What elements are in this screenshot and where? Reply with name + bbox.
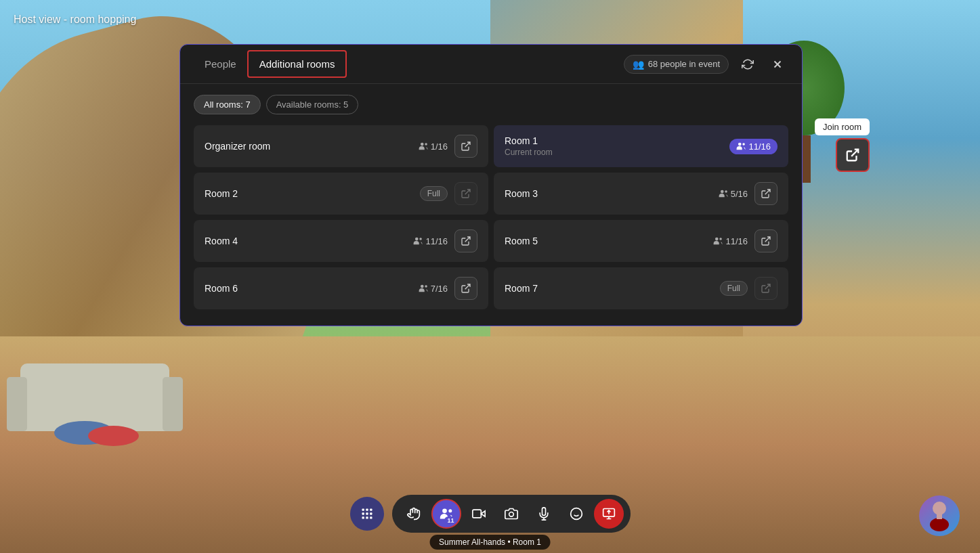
tooltip-text: Join room: [815, 118, 870, 135]
join-btn-room6[interactable]: [454, 277, 477, 300]
room-right-room7: Full: [720, 277, 777, 300]
close-button[interactable]: [767, 53, 788, 75]
svg-rect-18: [366, 512, 368, 514]
room-left-room6: Room 6: [205, 283, 419, 294]
people-icon: 👥: [633, 59, 644, 70]
svg-marker-25: [481, 511, 485, 516]
join-btn-room7[interactable]: [754, 277, 777, 300]
svg-point-8: [415, 238, 419, 241]
room-count-room3: 5/16: [719, 189, 748, 199]
room-count-room5: 11/16: [713, 236, 748, 246]
room-right-room1: 11/16 Join room: [729, 139, 777, 154]
tab-additional-rooms[interactable]: Additional rooms: [247, 50, 347, 78]
raise-hand-button[interactable]: [399, 499, 429, 529]
filter-row: All rooms: 7 Available rooms: 5: [180, 84, 802, 123]
room-left-organizer: Organizer room: [205, 141, 419, 152]
rooms-grid: Organizer room 1/16 Room 1 Current room: [180, 123, 802, 312]
room-name-room5: Room 5: [505, 236, 713, 246]
join-btn-organizer[interactable]: [454, 135, 477, 158]
svg-point-6: [721, 190, 724, 194]
svg-point-24: [448, 509, 452, 512]
filter-available-rooms[interactable]: Available rooms: 5: [266, 95, 359, 114]
room-right-organizer: 1/16: [419, 135, 477, 158]
room-name-room7: Room 7: [505, 283, 720, 294]
refresh-button[interactable]: [737, 53, 759, 75]
app-title: Host view - room hopping: [14, 14, 136, 26]
room-subtitle-room1: Current room: [505, 148, 729, 157]
join-room-tooltip: Join room: [815, 118, 870, 172]
room-name-organizer: Organizer room: [205, 141, 419, 152]
bottom-toolbar: 11: [350, 495, 631, 533]
toolbar-main-pill: 11: [392, 495, 631, 533]
room-right-room4: 11/16: [413, 229, 477, 252]
svg-point-13: [425, 285, 427, 288]
join-btn-room2[interactable]: [454, 182, 477, 205]
svg-point-7: [725, 190, 727, 193]
room-item-room4: Room 4 11/16: [194, 220, 488, 262]
room-name-room1: Room 1: [505, 135, 729, 146]
svg-point-5: [743, 143, 746, 146]
tooltip-join-button[interactable]: [836, 138, 870, 172]
room-left-room7: Room 7: [505, 283, 720, 294]
room-right-room5: 11/16: [713, 229, 777, 252]
svg-rect-14: [362, 509, 364, 511]
room-name-room3: Room 3: [505, 188, 719, 199]
svg-rect-15: [366, 509, 368, 511]
room-item-room3: Room 3 5/16: [494, 173, 788, 215]
room-right-room6: 7/16: [419, 277, 477, 300]
room-count-room1: 11/16: [729, 139, 777, 154]
svg-rect-26: [472, 510, 481, 518]
room-name-room6: Room 6: [205, 283, 419, 294]
join-btn-room4[interactable]: [454, 229, 477, 252]
svg-rect-20: [362, 516, 364, 518]
room-left-room1: Room 1 Current room: [505, 135, 729, 157]
room-left-room4: Room 4: [205, 236, 413, 246]
camera-button[interactable]: [496, 499, 526, 529]
room-left-room2: Room 2: [205, 188, 420, 199]
room-full-badge-room2: Full: [420, 186, 448, 201]
svg-point-11: [720, 238, 723, 240]
svg-rect-22: [370, 516, 372, 518]
record-button[interactable]: [464, 499, 494, 529]
tab-people[interactable]: People: [194, 46, 247, 83]
svg-rect-19: [370, 512, 372, 514]
filter-all-rooms[interactable]: All rooms: 7: [194, 95, 261, 114]
room-count-room4: 11/16: [413, 236, 448, 246]
header-right: 👥 68 people in event: [624, 53, 788, 75]
people-count-text: 68 people in event: [648, 59, 720, 69]
room-item-room5: Room 5 11/16: [494, 220, 788, 262]
mic-button[interactable]: [529, 499, 559, 529]
room-right-room2: Full: [420, 182, 477, 205]
apps-button[interactable]: [350, 497, 384, 531]
svg-rect-21: [366, 516, 368, 518]
user-avatar[interactable]: [919, 495, 960, 536]
room-item-room2: Room 2 Full: [194, 173, 488, 215]
room-item-room1: Room 1 Current room 11/16 Join room: [494, 125, 788, 167]
join-btn-room3[interactable]: [754, 182, 777, 205]
svg-point-23: [442, 509, 447, 514]
emoji-button[interactable]: [561, 499, 591, 529]
svg-point-10: [715, 238, 719, 241]
room-count-organizer: 1/16: [419, 141, 448, 152]
share-button[interactable]: [594, 499, 624, 529]
svg-point-33: [930, 518, 949, 531]
room-right-room3: 5/16: [719, 182, 777, 205]
svg-point-9: [420, 238, 423, 240]
svg-rect-34: [937, 506, 942, 519]
svg-point-4: [738, 143, 742, 146]
room-count-room6: 7/16: [419, 284, 448, 294]
room-name-room4: Room 4: [205, 236, 413, 246]
svg-point-2: [421, 143, 424, 146]
room-left-room5: Room 5: [505, 236, 713, 246]
join-btn-room5[interactable]: [754, 229, 777, 252]
room-full-badge-room7: Full: [720, 281, 748, 296]
meeting-label: Summer All-hands • Room 1: [429, 535, 551, 550]
people-count-badge: 👥 68 people in event: [624, 55, 729, 74]
people-count-badge-toolbar: 11: [444, 516, 456, 525]
room-item-room7: Room 7 Full: [494, 267, 788, 309]
svg-rect-17: [362, 512, 364, 514]
svg-point-27: [509, 512, 513, 517]
rooms-panel: People Additional rooms 👥 68 people in e…: [179, 44, 803, 326]
people-button[interactable]: 11: [431, 499, 461, 529]
svg-point-28: [570, 508, 582, 520]
